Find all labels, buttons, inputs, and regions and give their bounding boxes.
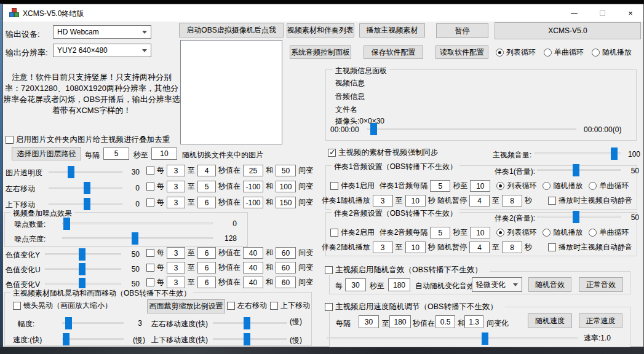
close-button[interactable]: × <box>616 4 644 22</box>
radio-list-loop[interactable] <box>496 49 504 57</box>
acc1-from-input[interactable]: 5 <box>430 180 450 192</box>
main-volume-slider[interactable] <box>535 148 621 160</box>
yuv-y-variation-checkbox[interactable] <box>146 249 154 257</box>
acc2-pause-from-input[interactable]: 4 <box>469 242 490 253</box>
move-lr-variation-checkbox[interactable] <box>146 183 154 191</box>
ud-speed-slider[interactable] <box>213 333 287 345</box>
noise-bright-slider[interactable] <box>62 232 213 245</box>
acc1-to-input[interactable]: 10 <box>470 180 490 192</box>
minimize-button[interactable] <box>560 4 588 22</box>
random-sfx-button[interactable]: 随机音效 <box>528 277 571 292</box>
yuv-y-max-input[interactable]: 60 <box>276 247 296 259</box>
yuv-u-variation-checkbox[interactable] <box>146 264 154 272</box>
acc2-radio-random[interactable] <box>543 229 551 237</box>
sync-checkbox[interactable]: ✓ <box>328 149 336 157</box>
yuv-y-min-input[interactable]: 40 <box>243 247 263 259</box>
choose-image-path-button[interactable]: 选择图片图层路径 <box>12 147 81 160</box>
move-ud-from-input[interactable]: 3 <box>167 197 185 208</box>
lr-speed-slider[interactable] <box>213 317 287 329</box>
acc1-rand-from-input[interactable]: 3 <box>373 195 393 206</box>
move-lr-min-input[interactable]: -100 <box>243 181 263 192</box>
opacity-variation-checkbox[interactable] <box>146 167 154 175</box>
output-resolution-select[interactable]: YUY2 640×480 <box>53 44 151 57</box>
normal-sfx-button[interactable]: 正常音效 <box>579 277 623 292</box>
acc2-enable-checkbox[interactable] <box>330 229 338 237</box>
yuv-y-slider[interactable] <box>45 248 121 261</box>
speed-slider[interactable] <box>62 333 124 345</box>
material-listbox[interactable] <box>180 40 282 144</box>
radio-single-loop[interactable] <box>544 49 552 57</box>
acc1-pause-to-input[interactable]: 8 <box>502 195 522 206</box>
shake-ud-checkbox[interactable] <box>270 302 278 310</box>
move-ud-min-input[interactable]: -100 <box>243 197 263 208</box>
opacity-max-input[interactable]: 50 <box>276 165 296 176</box>
acc2-from-input[interactable]: 5 <box>430 227 450 238</box>
speed-enable-checkbox[interactable] <box>325 303 333 311</box>
opacity-slider[interactable] <box>49 166 122 178</box>
lens-shake-checkbox[interactable] <box>13 302 21 310</box>
maximize-button[interactable] <box>588 4 616 22</box>
opacity-min-input[interactable]: 25 <box>243 165 263 176</box>
acc2-pause-to-input[interactable]: 8 <box>502 242 522 253</box>
speed-max-input[interactable]: 1.3 <box>464 315 483 328</box>
sfx-mode-select[interactable]: 轻微变化 <box>472 277 522 292</box>
obs-start-button[interactable]: 启动OBS虚拟摄像机后点我 <box>179 23 284 37</box>
acc1-mute-checkbox[interactable] <box>548 197 556 205</box>
speed-min-input[interactable]: 0.5 <box>435 315 455 328</box>
sfx-enable-checkbox[interactable] <box>325 266 333 274</box>
acc2-rand-from-input[interactable]: 3 <box>373 242 393 253</box>
load-config-button[interactable]: 读取软件配置 <box>435 45 488 59</box>
random-speed-button[interactable]: 随机速度 <box>528 313 572 328</box>
opacity-from-input[interactable]: 3 <box>167 165 185 176</box>
acc1-radio-list-loop[interactable] <box>496 182 504 190</box>
yuv-v-min-input[interactable]: 40 <box>243 277 263 288</box>
sfx-to-input[interactable]: 180 <box>388 278 410 291</box>
progress-slider[interactable] <box>367 123 576 135</box>
sys-audio-button[interactable]: 系统音频控制面板 <box>290 45 351 59</box>
move-lr-to-input[interactable]: 5 <box>197 181 216 192</box>
sfx-from-input[interactable]: 30 <box>345 278 366 291</box>
save-config-button[interactable]: 保存软件配置 <box>364 45 423 59</box>
yuv-y-from-input[interactable]: 3 <box>167 247 185 259</box>
pause-button[interactable]: 暂停 <box>436 23 488 38</box>
acc1-pause-from-input[interactable]: 4 <box>469 195 490 206</box>
yuv-u-from-input[interactable]: 3 <box>167 262 185 273</box>
move-ud-variation-checkbox[interactable] <box>146 199 154 206</box>
switch-sec-from-input[interactable]: 5 <box>103 148 129 160</box>
acc1-radio-single[interactable] <box>589 182 597 190</box>
move-ud-max-input[interactable]: 150 <box>276 197 296 208</box>
acc2-radio-single[interactable] <box>589 229 597 237</box>
radio-random-play[interactable] <box>592 49 600 57</box>
yuv-v-max-input[interactable]: 60 <box>276 277 296 288</box>
move-ud-to-input[interactable]: 6 <box>197 197 216 208</box>
yuv-y-to-input[interactable]: 6 <box>197 247 216 259</box>
output-device-select[interactable]: HD Webcam <box>53 25 151 39</box>
shake-lr-checkbox[interactable] <box>227 302 235 310</box>
acc2-radio-list-loop[interactable] <box>496 229 504 237</box>
overlay-enable-checkbox[interactable] <box>6 136 14 144</box>
acc2-volume-slider[interactable] <box>537 211 621 223</box>
noise-count-slider[interactable] <box>62 218 213 230</box>
switch-sec-to-input[interactable]: 10 <box>151 148 177 160</box>
yuv-u-to-input[interactable]: 6 <box>197 262 216 273</box>
acc1-enable-checkbox[interactable] <box>330 182 338 190</box>
play-main-button[interactable]: 播放主视频素材 <box>359 23 425 37</box>
acc2-mute-checkbox[interactable] <box>548 243 556 251</box>
yuv-v-variation-checkbox[interactable] <box>146 278 154 286</box>
xcms-button[interactable]: XCMS-V5.0 <box>495 22 641 39</box>
speed-from-input[interactable]: 30 <box>359 315 379 328</box>
rate-slider[interactable] <box>327 332 578 345</box>
yuv-u-min-input[interactable]: 40 <box>243 262 263 273</box>
crop-scale-button[interactable]: 画面裁剪缩放比例设置 <box>147 299 225 313</box>
move-lr-max-input[interactable]: 100 <box>276 181 296 192</box>
yuv-u-slider[interactable] <box>45 263 121 275</box>
yuv-u-max-input[interactable]: 60 <box>276 262 296 273</box>
acc2-rand-to-input[interactable]: 10 <box>405 242 426 253</box>
normal-speed-button[interactable]: 正常速度 <box>579 313 622 328</box>
acc1-volume-slider[interactable] <box>537 164 621 176</box>
speed-to-input[interactable]: 180 <box>389 315 411 328</box>
move-lr-from-input[interactable]: 3 <box>167 181 185 192</box>
acc1-rand-to-input[interactable]: 10 <box>405 195 426 206</box>
move-lr-slider[interactable] <box>49 182 122 194</box>
opacity-to-input[interactable]: 4 <box>197 165 216 176</box>
